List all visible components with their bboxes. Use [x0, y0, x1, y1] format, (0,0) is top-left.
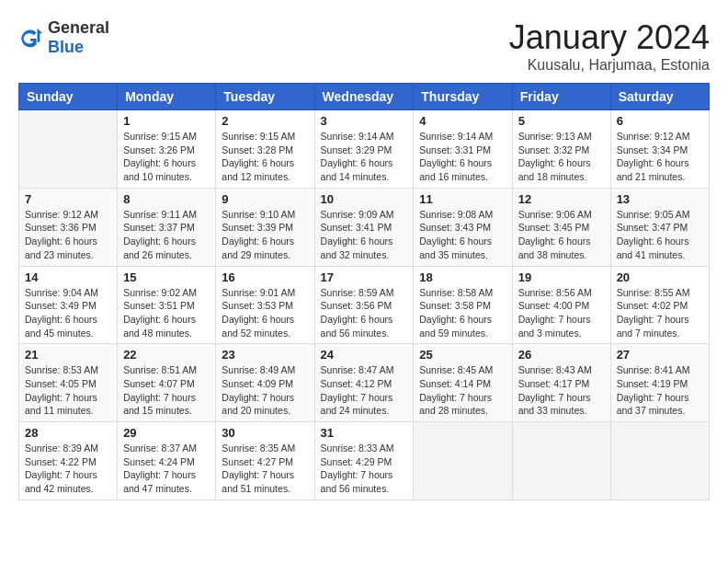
day-number: 4: [419, 114, 506, 128]
day-number: 9: [222, 192, 308, 206]
day-number: 1: [123, 114, 210, 128]
calendar-cell: 14Sunrise: 9:04 AMSunset: 3:49 PMDayligh…: [19, 266, 118, 344]
calendar-cell: 25Sunrise: 8:45 AMSunset: 4:14 PMDayligh…: [414, 344, 512, 422]
day-info: Sunrise: 8:56 AMSunset: 4:00 PMDaylight:…: [518, 286, 605, 340]
weekday-header: Friday: [512, 84, 610, 110]
calendar-cell: 26Sunrise: 8:43 AMSunset: 4:17 PMDayligh…: [512, 344, 610, 422]
calendar-cell: 4Sunrise: 9:14 AMSunset: 3:31 PMDaylight…: [414, 110, 512, 189]
day-number: 20: [617, 270, 703, 284]
day-number: 24: [321, 348, 408, 362]
calendar-cell: 10Sunrise: 9:09 AMSunset: 3:41 PMDayligh…: [314, 188, 414, 266]
calendar-cell: [512, 422, 610, 500]
day-info: Sunrise: 8:59 AMSunset: 3:56 PMDaylight:…: [321, 286, 408, 340]
day-info: Sunrise: 9:04 AMSunset: 3:49 PMDaylight:…: [25, 286, 111, 340]
day-number: 16: [222, 270, 308, 284]
weekday-header: Sunday: [19, 84, 118, 110]
calendar-week-row: 1Sunrise: 9:15 AMSunset: 3:26 PMDaylight…: [19, 110, 710, 189]
day-info: Sunrise: 8:43 AMSunset: 4:17 PMDaylight:…: [518, 363, 605, 418]
logo-icon: [18, 25, 44, 51]
day-info: Sunrise: 9:11 AMSunset: 3:37 PMDaylight:…: [123, 208, 210, 262]
day-info: Sunrise: 9:05 AMSunset: 3:47 PMDaylight:…: [617, 208, 703, 262]
day-info: Sunrise: 9:06 AMSunset: 3:45 PMDaylight:…: [518, 208, 605, 262]
day-number: 14: [25, 270, 111, 284]
calendar-cell: [19, 110, 118, 189]
day-number: 31: [321, 426, 408, 440]
day-number: 23: [222, 348, 308, 362]
day-info: Sunrise: 9:02 AMSunset: 3:51 PMDaylight:…: [123, 286, 210, 340]
calendar-cell: 11Sunrise: 9:08 AMSunset: 3:43 PMDayligh…: [414, 188, 512, 266]
calendar-cell: 23Sunrise: 8:49 AMSunset: 4:09 PMDayligh…: [216, 344, 314, 422]
day-info: Sunrise: 8:45 AMSunset: 4:14 PMDaylight:…: [419, 363, 506, 418]
calendar-cell: 3Sunrise: 9:14 AMSunset: 3:29 PMDaylight…: [314, 110, 414, 189]
day-info: Sunrise: 8:53 AMSunset: 4:05 PMDaylight:…: [25, 363, 111, 418]
calendar-week-row: 14Sunrise: 9:04 AMSunset: 3:49 PMDayligh…: [19, 266, 710, 344]
day-info: Sunrise: 9:12 AMSunset: 3:34 PMDaylight:…: [617, 130, 703, 184]
day-info: Sunrise: 8:49 AMSunset: 4:09 PMDaylight:…: [222, 363, 308, 418]
day-info: Sunrise: 8:51 AMSunset: 4:07 PMDaylight:…: [123, 363, 210, 418]
day-info: Sunrise: 9:09 AMSunset: 3:41 PMDaylight:…: [321, 208, 408, 262]
month-title: January 2024: [509, 18, 710, 57]
weekday-header: Monday: [118, 84, 216, 110]
calendar-cell: 27Sunrise: 8:41 AMSunset: 4:19 PMDayligh…: [610, 344, 709, 422]
calendar-cell: 9Sunrise: 9:10 AMSunset: 3:39 PMDaylight…: [216, 188, 314, 266]
calendar-cell: 31Sunrise: 8:33 AMSunset: 4:29 PMDayligh…: [314, 422, 414, 500]
calendar-cell: 20Sunrise: 8:55 AMSunset: 4:02 PMDayligh…: [610, 266, 709, 344]
weekday-header: Tuesday: [216, 84, 314, 110]
logo-general-text: General: [48, 18, 109, 38]
day-info: Sunrise: 8:35 AMSunset: 4:27 PMDaylight:…: [222, 442, 308, 496]
weekday-header: Thursday: [414, 84, 512, 110]
day-number: 17: [321, 270, 408, 284]
day-number: 26: [518, 348, 605, 362]
calendar-cell: 18Sunrise: 8:58 AMSunset: 3:58 PMDayligh…: [414, 266, 512, 344]
day-info: Sunrise: 9:12 AMSunset: 3:36 PMDaylight:…: [25, 208, 111, 262]
day-info: Sunrise: 8:55 AMSunset: 4:02 PMDaylight:…: [617, 286, 703, 340]
day-number: 28: [25, 426, 111, 440]
day-info: Sunrise: 9:14 AMSunset: 3:29 PMDaylight:…: [321, 130, 408, 184]
page-header: General Blue January 2024 Kuusalu, Harju…: [18, 18, 710, 74]
calendar-cell: 29Sunrise: 8:37 AMSunset: 4:24 PMDayligh…: [118, 422, 216, 500]
calendar-cell: 7Sunrise: 9:12 AMSunset: 3:36 PMDaylight…: [19, 188, 118, 266]
day-number: 8: [123, 192, 210, 206]
calendar-week-row: 7Sunrise: 9:12 AMSunset: 3:36 PMDaylight…: [19, 188, 710, 266]
day-number: 19: [518, 270, 605, 284]
day-info: Sunrise: 9:14 AMSunset: 3:31 PMDaylight:…: [419, 130, 506, 184]
day-number: 6: [617, 114, 703, 128]
day-info: Sunrise: 8:47 AMSunset: 4:12 PMDaylight:…: [321, 363, 408, 418]
day-number: 11: [419, 192, 506, 206]
calendar-table: SundayMondayTuesdayWednesdayThursdayFrid…: [18, 83, 710, 500]
calendar-cell: 5Sunrise: 9:13 AMSunset: 3:32 PMDaylight…: [512, 110, 610, 189]
logo-blue-text: Blue: [48, 38, 109, 57]
day-number: 5: [518, 114, 605, 128]
calendar-cell: 6Sunrise: 9:12 AMSunset: 3:34 PMDaylight…: [610, 110, 709, 189]
calendar-cell: 21Sunrise: 8:53 AMSunset: 4:05 PMDayligh…: [19, 344, 118, 422]
day-info: Sunrise: 9:10 AMSunset: 3:39 PMDaylight:…: [222, 208, 308, 262]
day-number: 3: [321, 114, 408, 128]
day-info: Sunrise: 9:08 AMSunset: 3:43 PMDaylight:…: [419, 208, 506, 262]
day-info: Sunrise: 8:58 AMSunset: 3:58 PMDaylight:…: [419, 286, 506, 340]
calendar-cell: 2Sunrise: 9:15 AMSunset: 3:28 PMDaylight…: [216, 110, 314, 189]
day-number: 10: [321, 192, 408, 206]
day-number: 15: [123, 270, 210, 284]
weekday-header: Wednesday: [314, 84, 414, 110]
day-number: 18: [419, 270, 506, 284]
day-number: 12: [518, 192, 605, 206]
calendar-cell: 30Sunrise: 8:35 AMSunset: 4:27 PMDayligh…: [216, 422, 314, 500]
calendar-cell: 12Sunrise: 9:06 AMSunset: 3:45 PMDayligh…: [512, 188, 610, 266]
calendar-cell: 13Sunrise: 9:05 AMSunset: 3:47 PMDayligh…: [610, 188, 709, 266]
location: Kuusalu, Harjumaa, Estonia: [509, 57, 710, 74]
calendar-cell: 24Sunrise: 8:47 AMSunset: 4:12 PMDayligh…: [314, 344, 414, 422]
day-number: 2: [222, 114, 308, 128]
day-info: Sunrise: 9:15 AMSunset: 3:28 PMDaylight:…: [222, 130, 308, 184]
day-info: Sunrise: 9:15 AMSunset: 3:26 PMDaylight:…: [123, 130, 210, 184]
day-info: Sunrise: 8:39 AMSunset: 4:22 PMDaylight:…: [25, 442, 111, 496]
calendar-cell: [610, 422, 709, 500]
day-info: Sunrise: 8:33 AMSunset: 4:29 PMDaylight:…: [321, 442, 408, 496]
day-number: 21: [25, 348, 111, 362]
calendar-week-row: 21Sunrise: 8:53 AMSunset: 4:05 PMDayligh…: [19, 344, 710, 422]
calendar-week-row: 28Sunrise: 8:39 AMSunset: 4:22 PMDayligh…: [19, 422, 710, 500]
calendar-header-row: SundayMondayTuesdayWednesdayThursdayFrid…: [19, 84, 710, 110]
calendar-cell: 1Sunrise: 9:15 AMSunset: 3:26 PMDaylight…: [118, 110, 216, 189]
logo-text: General Blue: [48, 18, 109, 57]
calendar-cell: [414, 422, 512, 500]
calendar-cell: 22Sunrise: 8:51 AMSunset: 4:07 PMDayligh…: [118, 344, 216, 422]
